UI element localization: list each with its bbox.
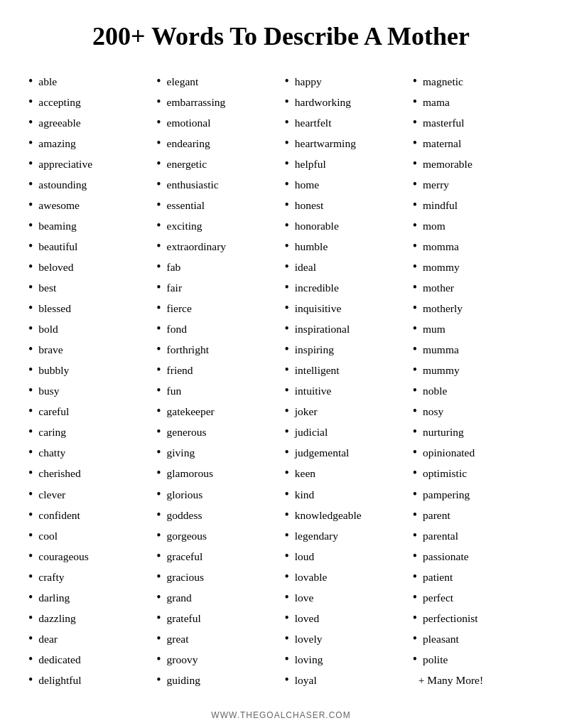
- bullet-icon: •: [285, 384, 289, 397]
- word-text: groovy: [167, 651, 198, 668]
- bullet-icon: •: [28, 425, 33, 438]
- list-item: •joker: [285, 403, 406, 420]
- word-text: appreciative: [38, 156, 92, 173]
- bullet-icon: •: [28, 198, 33, 211]
- list-item: •confident: [28, 507, 149, 524]
- list-item: •humble: [285, 238, 406, 255]
- bullet-icon: •: [156, 363, 161, 376]
- list-item: •judgemental: [285, 444, 406, 461]
- word-text: mindful: [423, 197, 458, 214]
- bullet-icon: •: [285, 591, 289, 604]
- bullet-icon: •: [28, 95, 33, 108]
- word-text: intelligent: [295, 362, 340, 379]
- bullet-icon: •: [28, 301, 33, 314]
- page-title: 200+ Words To Describe A Mother: [28, 21, 534, 52]
- list-item: •generous: [156, 424, 277, 441]
- list-item: •inspiring: [285, 341, 406, 358]
- word-text: friend: [167, 362, 193, 379]
- word-text: humble: [295, 238, 328, 255]
- list-item: •busy: [28, 382, 149, 400]
- list-item: •gatekeeper: [156, 403, 277, 420]
- list-item: •best: [28, 279, 149, 296]
- list-item: •beautiful: [28, 238, 149, 255]
- bullet-icon: •: [28, 116, 33, 129]
- bullet-icon: •: [156, 384, 161, 397]
- bullet-icon: •: [413, 343, 417, 355]
- bullet-icon: •: [285, 425, 289, 438]
- list-item: •passionate: [413, 548, 534, 565]
- bullet-icon: •: [28, 75, 33, 87]
- list-item: •heartwarming: [285, 135, 406, 152]
- list-item: •mommy: [413, 259, 534, 276]
- word-column-4: •magnetic•mama•masterful•maternal•memora…: [413, 73, 534, 692]
- bullet-icon: •: [156, 591, 161, 604]
- list-item: •mumma: [413, 341, 534, 358]
- bullet-icon: •: [285, 611, 289, 624]
- list-item: •magnetic: [413, 73, 534, 90]
- word-text: cool: [38, 528, 58, 545]
- bullet-icon: •: [156, 446, 161, 459]
- list-item: •agreeable: [28, 114, 149, 132]
- bullet-icon: •: [413, 363, 417, 376]
- word-text: intuitive: [295, 382, 332, 400]
- list-item: •fun: [156, 382, 277, 400]
- list-item: •bold: [28, 321, 149, 338]
- list-item: •glamorous: [156, 465, 277, 482]
- word-text: lovable: [295, 569, 328, 586]
- word-text: opinionated: [423, 444, 475, 461]
- bullet-icon: •: [28, 550, 33, 562]
- word-text: goddess: [167, 507, 202, 524]
- word-text: maternal: [423, 135, 461, 152]
- list-item: •delightful: [28, 672, 149, 689]
- word-text: dedicated: [38, 651, 80, 668]
- bullet-icon: •: [156, 508, 161, 521]
- word-text: confident: [38, 507, 80, 524]
- bullet-icon: •: [156, 425, 161, 438]
- word-text: mumma: [423, 341, 459, 358]
- list-item: •fierce: [156, 300, 277, 317]
- word-text: fond: [167, 321, 187, 338]
- list-item: •caring: [28, 424, 149, 441]
- bullet-icon: •: [156, 488, 161, 500]
- list-item: •lovable: [285, 569, 406, 586]
- word-text: darling: [38, 589, 70, 606]
- bullet-icon: •: [28, 281, 33, 294]
- list-item: •lovely: [285, 631, 406, 648]
- bullet-icon: •: [156, 673, 161, 686]
- bullet-icon: •: [28, 405, 33, 417]
- bullet-icon: •: [285, 301, 289, 314]
- word-text: inspirational: [295, 321, 350, 338]
- word-text: crafty: [38, 569, 64, 586]
- bullet-icon: •: [28, 529, 33, 542]
- bullet-icon: •: [156, 219, 161, 232]
- bullet-icon: •: [413, 425, 417, 438]
- word-text: loving: [295, 651, 323, 668]
- word-text: perfectionist: [423, 610, 477, 627]
- bullet-icon: •: [28, 508, 33, 521]
- word-text: beloved: [38, 259, 73, 276]
- list-item: •merry: [413, 176, 534, 193]
- bullet-icon: •: [413, 178, 417, 191]
- list-item: •mom: [413, 218, 534, 235]
- bullet-icon: •: [156, 653, 161, 665]
- list-item: •appreciative: [28, 156, 149, 173]
- word-text: inquisitive: [295, 300, 341, 317]
- list-item: •inquisitive: [285, 300, 406, 317]
- bullet-icon: •: [28, 611, 33, 624]
- word-text: generous: [167, 424, 207, 441]
- word-text: grand: [167, 589, 192, 606]
- word-text: noble: [423, 382, 447, 400]
- list-item: •love: [285, 589, 406, 606]
- list-item: •darling: [28, 589, 149, 606]
- list-item: •mindful: [413, 197, 534, 214]
- list-item: •guiding: [156, 672, 277, 689]
- word-text: guiding: [167, 672, 200, 689]
- list-item: •mum: [413, 321, 534, 338]
- word-text: bubbly: [38, 362, 69, 379]
- list-item: •keen: [285, 465, 406, 482]
- word-text: fab: [167, 259, 181, 276]
- bullet-icon: •: [28, 219, 33, 232]
- word-text: patient: [423, 569, 453, 586]
- list-item: •honorable: [285, 218, 406, 235]
- word-text: chatty: [38, 444, 65, 461]
